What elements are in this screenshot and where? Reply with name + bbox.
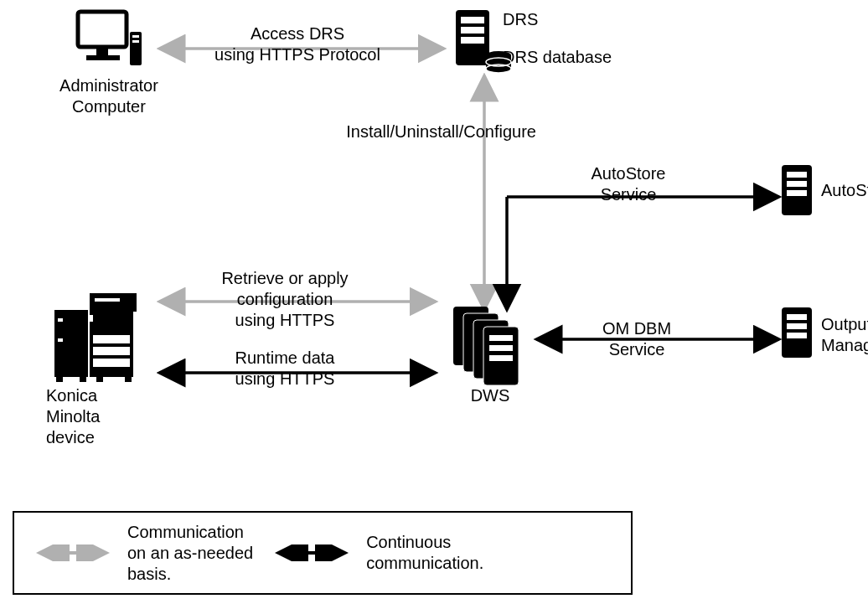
- autostore-label: AutoStore: [821, 180, 868, 201]
- svg-rect-27: [96, 377, 103, 382]
- admin-computer-label-2: Computer: [50, 96, 168, 117]
- konica-label-1: Konica: [46, 385, 155, 406]
- svg-rect-2: [86, 55, 120, 60]
- svg-rect-15: [787, 181, 807, 187]
- legend-box: Communication on an as-needed basis. Con…: [13, 511, 633, 595]
- server-icon: [779, 163, 816, 219]
- svg-rect-22: [90, 293, 137, 312]
- legend-gray-line3: basis.: [127, 564, 253, 585]
- svg-rect-4: [132, 35, 139, 38]
- autostore-service-line2: Service: [553, 184, 704, 205]
- svg-rect-30: [58, 338, 63, 342]
- svg-rect-14: [787, 172, 807, 178]
- svg-rect-8: [461, 27, 484, 34]
- legend-gray-line1: Communication: [127, 522, 253, 543]
- svg-rect-29: [58, 318, 63, 322]
- svg-rect-28: [125, 377, 132, 382]
- legend-black-line2: communication.: [366, 553, 483, 574]
- svg-rect-41: [787, 333, 807, 338]
- edge-label-access-drs: Access DRS using HTTPS Protocol: [193, 23, 402, 65]
- svg-rect-5: [132, 40, 139, 43]
- legend-gray-line2: on an as-needed: [127, 543, 253, 564]
- svg-rect-16: [787, 190, 807, 196]
- svg-rect-39: [787, 314, 807, 320]
- server-stack-icon: [440, 302, 540, 385]
- svg-rect-36: [489, 345, 513, 351]
- double-arrow-black-icon: [270, 544, 354, 561]
- autostore-service-line1: AutoStore: [553, 163, 704, 184]
- edge-label-autostore-service: AutoStore Service: [553, 163, 704, 205]
- output-manager-label-1: Output: [821, 314, 868, 335]
- edge-label-runtime: Runtime data using HTTPS: [180, 348, 390, 390]
- admin-computer-label-1: Administrator: [50, 75, 168, 96]
- svg-rect-21: [93, 359, 130, 367]
- svg-rect-35: [489, 335, 513, 341]
- edge-label-access-drs-1: Access DRS: [193, 23, 402, 44]
- edge-label-install-text: Install/Uninstall/Configure: [346, 122, 536, 141]
- omdbm-line1: OM DBM: [570, 318, 704, 339]
- edge-label-access-drs-2: using HTTPS Protocol: [193, 44, 402, 65]
- retrieve-line1: Retrieve or apply: [180, 268, 390, 289]
- svg-rect-25: [56, 377, 63, 382]
- runtime-line1: Runtime data: [180, 348, 390, 369]
- retrieve-line2: configuration: [180, 289, 390, 310]
- node-admin-computer: Administrator Computer: [50, 8, 168, 117]
- svg-rect-24: [88, 315, 93, 322]
- computer-icon: [50, 8, 168, 75]
- legend-item-black: Continuous communication.: [270, 532, 483, 574]
- svg-rect-0: [78, 12, 127, 47]
- legend-black-line1: Continuous: [366, 532, 483, 553]
- printer-mfp-icon: [38, 276, 155, 385]
- drs-db-label: DRS database: [503, 47, 612, 68]
- konica-label-2: Minolta: [46, 406, 155, 427]
- edge-label-install: Install/Uninstall/Configure: [302, 121, 536, 142]
- svg-rect-37: [489, 355, 513, 361]
- svg-rect-7: [461, 17, 484, 23]
- node-konica: Konica Minolta device: [38, 276, 155, 448]
- svg-rect-19: [93, 335, 130, 343]
- output-manager-label-group: Output Manager: [821, 314, 868, 356]
- drs-label: DRS: [503, 9, 612, 30]
- double-arrow-gray-icon: [31, 544, 115, 561]
- edge-label-omdbm: OM DBM Service: [570, 318, 704, 360]
- retrieve-line3: using HTTPS: [180, 310, 390, 331]
- legend-item-gray: Communication on an as-needed basis.: [31, 522, 253, 585]
- svg-rect-40: [787, 323, 807, 329]
- database-icon: [484, 50, 513, 75]
- omdbm-line2: Service: [570, 339, 704, 360]
- runtime-line2: using HTTPS: [180, 369, 390, 390]
- output-manager-label-2: Manager: [821, 335, 868, 356]
- node-dws: DWS: [440, 302, 540, 406]
- konica-label-3: device: [46, 427, 155, 448]
- node-drs: DRS DRS database: [452, 8, 620, 69]
- svg-rect-9: [461, 37, 484, 44]
- svg-rect-23: [95, 298, 120, 302]
- svg-rect-1: [96, 47, 108, 55]
- edge-label-retrieve: Retrieve or apply configuration using HT…: [180, 268, 390, 331]
- svg-rect-20: [93, 347, 130, 355]
- svg-rect-26: [80, 377, 86, 382]
- dws-label: DWS: [440, 385, 540, 406]
